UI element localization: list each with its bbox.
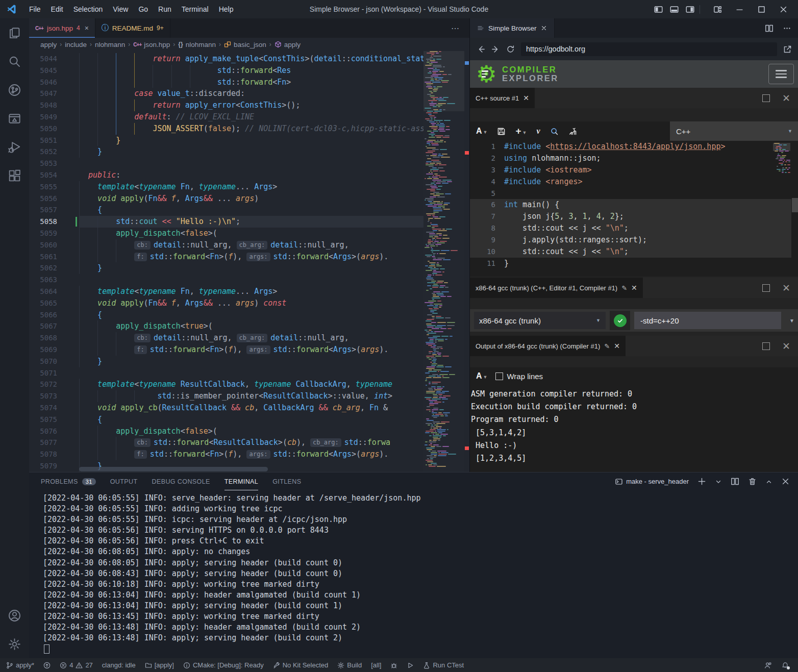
edit-icon[interactable]: ✎ xyxy=(604,342,610,350)
output-pane-tab[interactable]: Output of x86-64 gcc (trunk) (Compiler #… xyxy=(470,336,626,356)
compiler-select[interactable]: x86-64 gcc (trunk) ▼ xyxy=(474,312,606,329)
activity-search[interactable] xyxy=(0,47,29,76)
tab-json-hpp[interactable]: C++json.hpp4× xyxy=(29,18,95,38)
language-select[interactable]: C++ ▼ xyxy=(670,121,798,141)
kit-selection[interactable]: No Kit Selected xyxy=(273,661,329,669)
cmake-status[interactable]: CMake: [Debug]: Ready xyxy=(183,661,264,669)
tab-simple-browser[interactable]: Simple Browser xyxy=(470,18,555,38)
notifications-bell[interactable] xyxy=(782,662,789,669)
close-icon[interactable]: ✕ xyxy=(523,94,529,102)
activity-source-control[interactable] xyxy=(0,76,29,104)
clangd-status[interactable]: clangd: idle xyxy=(102,661,136,669)
open-external-icon[interactable] xyxy=(783,45,792,54)
breadcrumb-item-include[interactable]: include xyxy=(65,41,87,48)
close-panel-icon[interactable] xyxy=(781,477,790,486)
menu-help[interactable]: Help xyxy=(214,0,239,18)
forward-icon[interactable] xyxy=(491,45,500,54)
build-button[interactable]: Build xyxy=(337,661,362,669)
maximize-icon[interactable] xyxy=(757,5,766,14)
menu-selection[interactable]: Selection xyxy=(68,0,108,18)
output-font-size-button[interactable]: A▼ xyxy=(476,371,487,381)
panel-tab-gitlens[interactable]: GITLENS xyxy=(272,472,301,490)
terminal-picker-chevron-icon[interactable] xyxy=(715,478,722,485)
terminal-output[interactable]: [2022-04-30 06:05:55] INFO: serve_header… xyxy=(43,493,793,659)
activity-extensions[interactable] xyxy=(0,161,29,190)
edit-icon[interactable]: ✎ xyxy=(621,284,627,292)
options-dropdown-icon[interactable]: ▼ xyxy=(785,318,798,323)
maximize-pane-icon[interactable] xyxy=(762,94,770,102)
maximize-pane-icon[interactable] xyxy=(762,284,770,292)
editor-actions-more[interactable]: ⋯ xyxy=(442,18,469,38)
compiler-options-input[interactable]: -std=c++20 xyxy=(634,312,781,329)
activity-run-debug[interactable] xyxy=(0,133,29,161)
debug-button[interactable] xyxy=(390,662,397,669)
close-pane-icon[interactable]: ✕ xyxy=(782,285,790,291)
panel-tab-terminal[interactable]: TERMINAL xyxy=(225,472,258,490)
close-icon[interactable]: × xyxy=(85,24,89,32)
split-editor-icon[interactable] xyxy=(765,24,774,33)
toggle-secondary-sidebar-icon[interactable] xyxy=(686,5,694,14)
panel-tab-output[interactable]: OUTPUT xyxy=(110,472,138,490)
search-icon[interactable] xyxy=(550,127,559,136)
feedback-button[interactable] xyxy=(764,662,771,669)
close-icon[interactable]: ✕ xyxy=(614,342,620,350)
wrap-lines-checkbox[interactable]: Wrap lines xyxy=(495,372,543,381)
activity-settings[interactable] xyxy=(0,630,29,658)
back-icon[interactable] xyxy=(477,45,485,54)
build-target[interactable]: [all] xyxy=(371,661,381,669)
new-terminal-icon[interactable] xyxy=(697,477,706,486)
customize-layout-icon[interactable] xyxy=(713,5,722,14)
git-branch-status[interactable]: apply* xyxy=(6,661,34,669)
menu-view[interactable]: View xyxy=(108,0,133,18)
source-pane-tab[interactable]: C++ source #1 ✕ xyxy=(470,88,535,108)
menu-file[interactable]: File xyxy=(24,0,46,18)
panel-tab-problems[interactable]: PROBLEMS31 xyxy=(41,472,96,490)
minimize-icon[interactable] xyxy=(735,5,744,14)
toggle-panel-icon[interactable] xyxy=(670,5,679,14)
save-icon[interactable] xyxy=(497,127,506,136)
code-editor[interactable]: 5044return apply_make_tuple<ConstThis>(d… xyxy=(29,51,469,472)
menu-go[interactable]: Go xyxy=(133,0,153,18)
url-input[interactable] xyxy=(521,42,777,56)
maximize-panel-icon[interactable] xyxy=(765,478,772,485)
minimap[interactable] xyxy=(423,51,464,472)
menu-run[interactable]: Run xyxy=(153,0,177,18)
menu-terminal[interactable]: Terminal xyxy=(177,0,214,18)
activity-account[interactable] xyxy=(0,601,29,630)
activity-explorer[interactable] xyxy=(0,18,29,47)
cmake-folder-status[interactable]: [apply] xyxy=(145,661,174,669)
kill-terminal-icon[interactable] xyxy=(748,477,757,486)
maximize-pane-icon[interactable] xyxy=(762,342,770,350)
toggle-sidebar-icon[interactable] xyxy=(654,5,663,14)
close-pane-icon[interactable]: ✕ xyxy=(782,95,790,102)
close-pane-icon[interactable]: ✕ xyxy=(782,343,790,350)
tab-readme-md[interactable]: ⓘREADME.md9+ xyxy=(95,18,170,38)
antelope-icon[interactable] xyxy=(568,127,577,136)
reload-icon[interactable] xyxy=(506,45,515,54)
ce-source-editor[interactable]: 1#include <https://localhost:8443/apply/… xyxy=(470,141,798,277)
menu-edit[interactable]: Edit xyxy=(46,0,68,18)
problems-status[interactable]: 427 xyxy=(60,661,93,669)
publish-button[interactable] xyxy=(43,662,51,669)
close-window-icon[interactable] xyxy=(779,5,788,14)
ctest-button[interactable]: Run CTest xyxy=(423,661,464,669)
font-size-button[interactable]: A▼ xyxy=(476,127,487,136)
more-actions-icon[interactable] xyxy=(783,24,791,33)
close-icon[interactable] xyxy=(541,25,547,31)
close-icon[interactable]: ✕ xyxy=(631,284,637,292)
compiler-pane-tab[interactable]: x86-64 gcc (trunk) (C++, Editor #1, Comp… xyxy=(470,278,643,298)
breadcrumb-item-apply[interactable]: apply xyxy=(275,41,301,48)
hamburger-menu-icon[interactable] xyxy=(768,64,794,84)
ce-scrollbar[interactable] xyxy=(791,141,798,277)
vim-mode-button[interactable]: v xyxy=(537,127,540,136)
activity-cmake[interactable] xyxy=(0,104,29,133)
breadcrumb-item-nlohmann[interactable]: nlohmann xyxy=(95,41,125,48)
breadcrumb-item-json-hpp[interactable]: C++json.hpp xyxy=(133,41,170,48)
split-terminal-icon[interactable] xyxy=(731,477,739,486)
breadcrumb-item-basic-json[interactable]: basic_json xyxy=(224,41,266,48)
horizontal-scrollbar[interactable] xyxy=(79,467,268,471)
breadcrumb-item-apply[interactable]: apply xyxy=(40,41,57,48)
panel-tab-debug-console[interactable]: DEBUG CONSOLE xyxy=(152,472,210,490)
terminal-instance[interactable]: make - serve_header xyxy=(615,478,689,485)
launch-button[interactable] xyxy=(407,662,414,669)
